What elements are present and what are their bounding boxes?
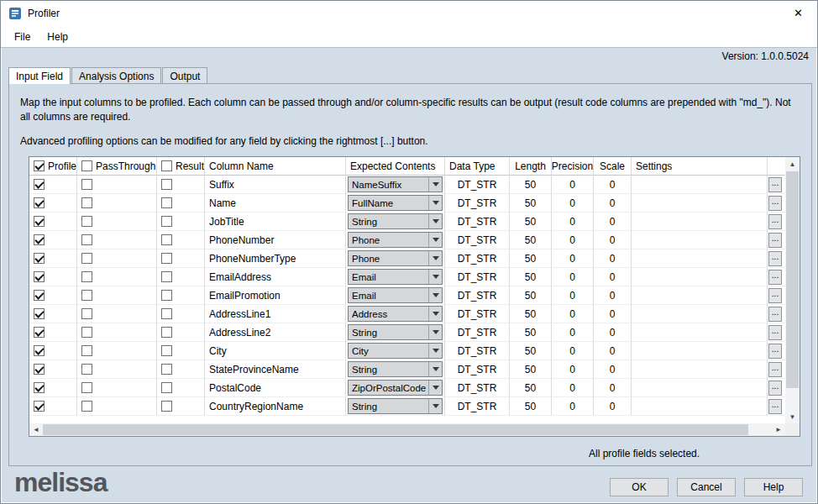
advanced-options-button[interactable]: ... (768, 362, 782, 377)
profile-checkbox[interactable] (34, 253, 45, 264)
expected-contents-dropdown[interactable]: FullName (348, 195, 443, 211)
vertical-scroll-thumb[interactable] (786, 171, 799, 388)
results-checkbox[interactable] (161, 253, 172, 264)
profile-checkbox[interactable] (34, 234, 45, 245)
menu-file[interactable]: File (6, 28, 39, 46)
scroll-right-icon[interactable]: ► (772, 423, 785, 436)
profile-checkbox[interactable] (34, 179, 45, 190)
advanced-options-button[interactable]: ... (768, 251, 782, 266)
results-checkbox[interactable] (161, 179, 172, 190)
profile-checkbox[interactable] (34, 327, 45, 338)
passthrough-checkbox[interactable] (81, 345, 92, 356)
passthrough-checkbox[interactable] (81, 308, 92, 319)
profile-checkbox[interactable] (34, 197, 45, 208)
tab-analysis-options[interactable]: Analysis Options (71, 67, 161, 83)
passthrough-all-checkbox[interactable] (81, 160, 92, 171)
advanced-options-button[interactable]: ... (768, 196, 782, 211)
profile-checkbox[interactable] (34, 401, 45, 412)
horizontal-scrollbar[interactable]: ◄ ► (29, 423, 785, 436)
passthrough-checkbox[interactable] (81, 197, 92, 208)
expected-contents-dropdown[interactable]: Address (348, 306, 443, 322)
chevron-down-icon[interactable] (428, 344, 442, 358)
precision-cell: 0 (552, 342, 594, 360)
chevron-down-icon[interactable] (428, 251, 442, 265)
results-checkbox[interactable] (161, 271, 172, 282)
profile-checkbox[interactable] (34, 364, 45, 375)
results-checkbox[interactable] (161, 197, 172, 208)
results-checkbox[interactable] (161, 327, 172, 338)
advanced-options-button[interactable]: ... (768, 399, 782, 414)
advanced-options-button[interactable]: ... (768, 270, 782, 285)
results-checkbox[interactable] (161, 234, 172, 245)
expected-contents-dropdown[interactable]: ZipOrPostalCode (348, 380, 443, 396)
vertical-scrollbar[interactable]: ▲ ▼ (785, 157, 800, 423)
advanced-options-button[interactable]: ... (768, 233, 782, 248)
expected-contents-dropdown[interactable]: NameSuffix (348, 176, 443, 192)
chevron-down-icon[interactable] (428, 362, 442, 376)
profile-checkbox[interactable] (34, 216, 45, 227)
passthrough-checkbox[interactable] (81, 253, 92, 264)
scroll-left-icon[interactable]: ◄ (29, 423, 43, 436)
profile-all-checkbox[interactable] (34, 160, 45, 171)
chevron-down-icon[interactable] (428, 177, 442, 192)
advanced-options-button[interactable]: ... (768, 214, 782, 229)
results-checkbox[interactable] (161, 345, 172, 356)
passthrough-checkbox[interactable] (81, 234, 92, 245)
chevron-down-icon[interactable] (428, 214, 442, 228)
expected-contents-dropdown[interactable]: String (348, 361, 443, 377)
passthrough-checkbox[interactable] (81, 382, 92, 393)
profile-checkbox[interactable] (34, 382, 45, 393)
passthrough-checkbox[interactable] (81, 290, 92, 301)
results-checkbox[interactable] (161, 308, 172, 319)
profile-checkbox[interactable] (34, 308, 45, 319)
results-checkbox[interactable] (161, 401, 172, 412)
chevron-down-icon[interactable] (428, 381, 442, 395)
passthrough-checkbox[interactable] (81, 401, 92, 412)
results-checkbox[interactable] (161, 216, 172, 227)
help-button[interactable]: Help (744, 478, 803, 496)
advanced-options-button[interactable]: ... (768, 177, 782, 192)
chevron-down-icon[interactable] (428, 233, 442, 247)
results-all-checkbox[interactable] (161, 160, 172, 171)
tab-output[interactable]: Output (162, 67, 207, 83)
advanced-options-button[interactable]: ... (768, 307, 782, 322)
chevron-down-icon[interactable] (428, 196, 442, 210)
chevron-down-icon[interactable] (428, 270, 442, 284)
advanced-options-button[interactable]: ... (768, 288, 782, 303)
scroll-up-icon[interactable]: ▲ (785, 157, 800, 171)
chevron-down-icon[interactable] (428, 399, 442, 413)
passthrough-checkbox[interactable] (81, 179, 92, 190)
profile-checkbox[interactable] (34, 271, 45, 282)
passthrough-checkbox[interactable] (81, 364, 92, 375)
chevron-down-icon[interactable] (428, 325, 442, 339)
profile-checkbox[interactable] (34, 290, 45, 301)
close-button[interactable]: ✕ (779, 1, 817, 25)
horizontal-scroll-thumb[interactable] (43, 424, 748, 435)
advanced-options-button[interactable]: ... (768, 344, 782, 359)
scroll-down-icon[interactable]: ▼ (785, 410, 800, 423)
data-type-cell: DT_STR (445, 249, 510, 268)
profile-checkbox[interactable] (34, 345, 45, 356)
expected-contents-dropdown[interactable]: City (348, 343, 443, 359)
tab-input-field[interactable]: Input Field (8, 67, 71, 84)
chevron-down-icon[interactable] (428, 288, 442, 302)
ok-button[interactable]: OK (610, 478, 669, 496)
chevron-down-icon[interactable] (428, 307, 442, 321)
results-checkbox[interactable] (161, 290, 172, 301)
expected-contents-dropdown[interactable]: String (348, 213, 443, 229)
results-checkbox[interactable] (161, 382, 172, 393)
expected-contents-dropdown[interactable]: Email (348, 269, 443, 285)
advanced-options-button[interactable]: ... (768, 325, 782, 340)
expected-contents-dropdown[interactable]: Email (348, 287, 443, 303)
results-checkbox[interactable] (161, 364, 172, 375)
passthrough-checkbox[interactable] (81, 327, 92, 338)
passthrough-checkbox[interactable] (81, 216, 92, 227)
passthrough-checkbox[interactable] (81, 271, 92, 282)
expected-contents-dropdown[interactable]: String (348, 324, 443, 340)
expected-contents-dropdown[interactable]: String (348, 398, 443, 414)
cancel-button[interactable]: Cancel (677, 478, 736, 496)
expected-contents-dropdown[interactable]: Phone (348, 232, 443, 248)
menu-help[interactable]: Help (39, 28, 76, 46)
expected-contents-dropdown[interactable]: Phone (348, 250, 443, 266)
advanced-options-button[interactable]: ... (768, 381, 782, 396)
